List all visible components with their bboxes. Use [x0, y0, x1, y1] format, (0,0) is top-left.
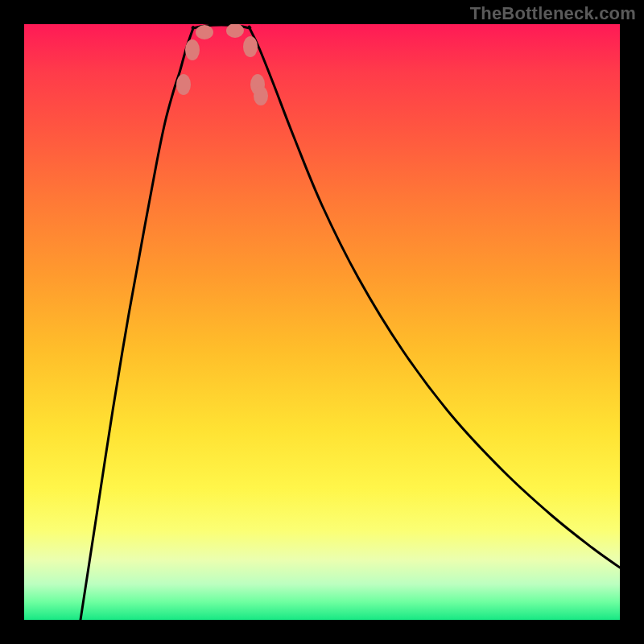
attribution-text: TheBottleneck.com	[470, 3, 636, 24]
curve-marker	[176, 74, 191, 95]
curve-marker	[254, 86, 268, 105]
curve-marker	[196, 25, 213, 39]
bottleneck-curve	[80, 25, 620, 620]
curve-marker	[185, 39, 200, 60]
curve-marker	[226, 24, 244, 38]
curve-marker	[243, 36, 258, 57]
outer-frame: TheBottleneck.com	[0, 0, 644, 644]
plot-area	[24, 24, 620, 620]
curve-svg	[24, 24, 620, 620]
